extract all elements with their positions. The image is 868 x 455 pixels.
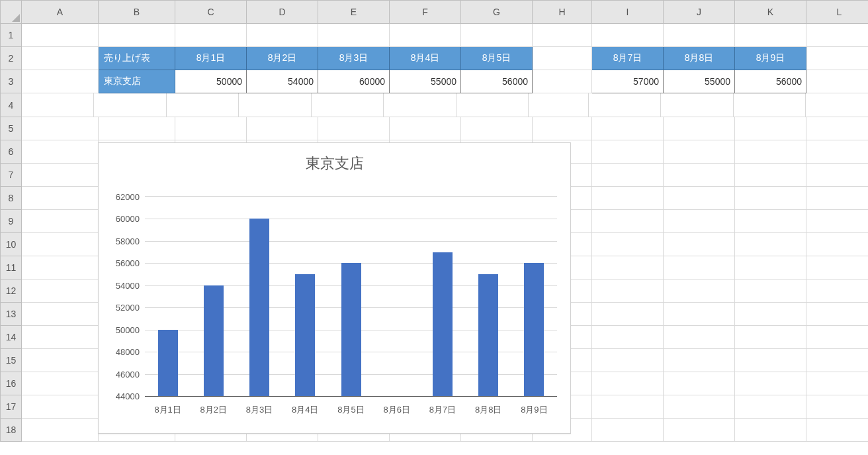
row-header[interactable]: 2 [1, 47, 22, 70]
col-header[interactable]: G [461, 1, 533, 24]
embedded-chart[interactable]: 東京支店 44000460004800050000520005400056000… [98, 142, 571, 434]
col-header[interactable]: I [592, 1, 664, 24]
row-header[interactable]: 15 [1, 349, 22, 372]
row-header[interactable]: 3 [1, 70, 22, 93]
col-header-row: A B C D E F G H I J K L [1, 1, 869, 24]
col-header[interactable]: A [22, 1, 99, 24]
cell-value[interactable]: 57000 [592, 70, 664, 93]
row-header[interactable]: 11 [1, 256, 22, 279]
chart-x-tick: 8月4日 [292, 404, 318, 416]
col-header[interactable]: C [175, 1, 247, 24]
chart-bar [433, 252, 453, 396]
col-header[interactable]: K [735, 1, 806, 24]
chart-x-tick: 8月7日 [429, 404, 456, 416]
row-header[interactable]: 6 [1, 140, 22, 164]
cell-row-label[interactable]: 東京支店 [99, 70, 175, 93]
cell[interactable] [533, 70, 592, 93]
col-header[interactable]: F [390, 1, 461, 24]
row-header[interactable]: 13 [1, 303, 22, 326]
chart-y-tick: 52000 [105, 303, 140, 313]
row-header[interactable]: 10 [1, 233, 22, 256]
cell-value[interactable]: 56000 [735, 70, 806, 93]
cell-value[interactable]: 54000 [247, 70, 318, 93]
cell-date[interactable]: 8月5日 [461, 47, 533, 70]
chart-y-tick: 54000 [105, 280, 140, 290]
cell[interactable] [99, 24, 175, 47]
col-header[interactable]: D [247, 1, 318, 24]
row-header[interactable]: 16 [1, 372, 22, 395]
cell[interactable] [664, 24, 735, 47]
row-header[interactable]: 17 [1, 395, 22, 419]
chart-x-axis: 8月1日8月2日8月3日8月4日8月5日8月6日8月7日8月8日8月9日 [145, 404, 557, 421]
col-header[interactable]: H [533, 1, 592, 24]
chart-y-tick: 62000 [105, 192, 140, 202]
chart-x-tick: 8月1日 [154, 404, 181, 416]
row-header[interactable]: 18 [1, 419, 22, 442]
chart-y-tick: 50000 [105, 325, 140, 334]
chart-y-tick: 44000 [105, 391, 140, 401]
cell-value[interactable]: 55000 [390, 70, 461, 93]
cell[interactable] [533, 47, 592, 70]
chart-x-tick: 8月9日 [521, 404, 547, 416]
cell-date[interactable]: 8月7日 [592, 47, 664, 70]
chart-x-tick: 8月2日 [200, 404, 227, 416]
cell[interactable] [533, 24, 592, 47]
chart-bar [249, 219, 269, 396]
chart-x-tick: 8月5日 [337, 404, 364, 416]
row-header[interactable]: 12 [1, 279, 22, 303]
chart-y-tick: 56000 [105, 258, 140, 268]
cell-date[interactable]: 8月2日 [247, 47, 318, 70]
cell-date[interactable]: 8月8日 [664, 47, 735, 70]
cell[interactable] [22, 70, 99, 93]
cell[interactable] [806, 47, 869, 70]
cell-table-title[interactable]: 売り上げ表 [99, 47, 175, 70]
cell[interactable] [22, 47, 99, 70]
row-header[interactable]: 1 [1, 24, 22, 47]
chart-bar [295, 274, 315, 396]
cell[interactable] [22, 24, 99, 47]
cell-value[interactable]: 55000 [664, 70, 735, 93]
cell[interactable] [318, 24, 390, 47]
cell[interactable] [592, 24, 664, 47]
col-header[interactable]: E [318, 1, 390, 24]
chart-plot-area: 4400046000480005000052000540005600058000… [145, 196, 557, 397]
spreadsheet: A B C D E F G H I J K L 1 2 売り上げ表 8月1日 8… [0, 0, 868, 455]
row-header[interactable]: 5 [1, 117, 22, 140]
cell[interactable] [247, 24, 318, 47]
cell-date[interactable]: 8月9日 [735, 47, 806, 70]
chart-y-tick: 58000 [105, 236, 140, 246]
cell-value[interactable]: 56000 [461, 70, 533, 93]
cell[interactable] [806, 70, 869, 93]
col-header[interactable]: B [99, 1, 175, 24]
chart-bar [341, 263, 361, 396]
chart-y-tick: 48000 [105, 347, 140, 357]
cell-value[interactable]: 60000 [318, 70, 390, 93]
chart-y-tick: 46000 [105, 369, 140, 379]
row-header[interactable]: 4 [1, 93, 22, 117]
chart-title: 東京支店 [99, 154, 570, 174]
cell[interactable] [175, 24, 247, 47]
col-header[interactable]: L [806, 1, 869, 24]
chart-x-tick: 8月6日 [383, 404, 410, 416]
chart-x-tick: 8月3日 [246, 404, 273, 416]
chart-x-tick: 8月8日 [475, 404, 501, 416]
cell[interactable] [390, 24, 461, 47]
select-all-corner[interactable] [1, 1, 22, 24]
chart-bar [204, 285, 224, 396]
cell-date[interactable]: 8月1日 [175, 47, 247, 70]
chart-bar [478, 274, 498, 396]
row-header[interactable]: 7 [1, 164, 22, 187]
cell[interactable] [806, 24, 869, 47]
chart-y-tick: 60000 [105, 214, 140, 224]
chart-bar [158, 330, 178, 396]
row-header[interactable]: 14 [1, 326, 22, 349]
cell[interactable] [735, 24, 806, 47]
row-header[interactable]: 8 [1, 187, 22, 210]
cell-date[interactable]: 8月4日 [390, 47, 461, 70]
chart-bar [524, 263, 544, 396]
cell-date[interactable]: 8月3日 [318, 47, 390, 70]
cell-value[interactable]: 50000 [175, 70, 247, 93]
row-header[interactable]: 9 [1, 210, 22, 233]
cell[interactable] [461, 24, 533, 47]
col-header[interactable]: J [664, 1, 735, 24]
